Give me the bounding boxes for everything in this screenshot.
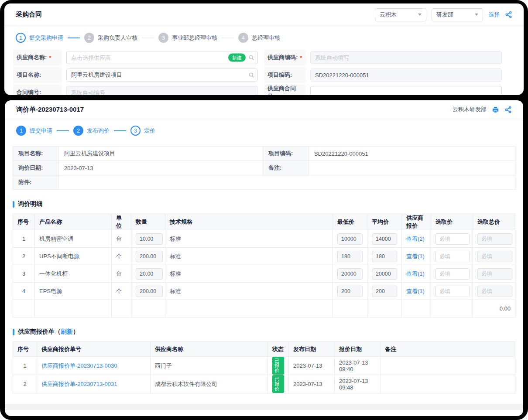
col-supplier-name: 供应商名称 bbox=[151, 342, 268, 357]
col-selected-price: 选取价 bbox=[431, 214, 473, 230]
print-icon[interactable] bbox=[492, 106, 499, 113]
quote-no-link[interactable]: 供应商报价单-20230713-0030 bbox=[41, 362, 117, 369]
selected-price-input[interactable] bbox=[435, 233, 470, 245]
supplier-name: 成都云积木软件有限公司 bbox=[151, 375, 268, 393]
row-no: 2 bbox=[13, 248, 35, 265]
min-price-input bbox=[337, 251, 363, 262]
row-no: 3 bbox=[13, 265, 35, 283]
col-quote-no: 供应商报价单号 bbox=[37, 342, 151, 357]
row-no: 4 bbox=[13, 283, 35, 300]
step-label: 提交采购申请 bbox=[29, 34, 63, 42]
dept-select-value: 研发部 bbox=[436, 11, 453, 19]
step-label: 提交申请 bbox=[30, 127, 52, 135]
col-supplier-quote: 供应商报价 bbox=[402, 214, 431, 230]
tab-handling-opinion[interactable]: 处理意见 bbox=[13, 410, 37, 416]
spec: 标准 bbox=[165, 248, 333, 265]
publish-date: 2023-07-13 bbox=[289, 375, 335, 393]
table-footer-row: 0.00 bbox=[13, 300, 515, 318]
selected-price-input[interactable] bbox=[435, 251, 470, 262]
quote-no-link[interactable]: 供应商报价单-20230713-0031 bbox=[41, 381, 117, 387]
quote-date: 2023-07-13 09:40 bbox=[335, 357, 381, 375]
view-quotes-link[interactable]: 查看(1) bbox=[406, 288, 425, 294]
selected-price-input[interactable] bbox=[435, 268, 470, 280]
remark bbox=[381, 357, 515, 375]
selected-total-input bbox=[477, 233, 512, 245]
required-mark: * bbox=[49, 55, 51, 61]
section-bar-icon bbox=[13, 329, 14, 335]
step-label: 总经理审核 bbox=[252, 34, 280, 42]
search-icon[interactable] bbox=[248, 72, 254, 78]
project-name-label: 项目名称: bbox=[13, 147, 59, 161]
info-row: 附件: bbox=[13, 175, 515, 190]
step-connector bbox=[114, 130, 126, 131]
min-price-input bbox=[337, 268, 363, 280]
avg-price-input bbox=[372, 251, 397, 262]
new-badge[interactable]: 新建 bbox=[228, 54, 246, 62]
choose-link[interactable]: 选择 bbox=[488, 11, 500, 19]
org-select-value: 云积木 bbox=[380, 11, 397, 19]
qty-input bbox=[136, 251, 163, 262]
contract-form: 供应商名称: * 新建 供应商编码: * bbox=[4, 47, 524, 95]
avg-price-input bbox=[372, 233, 397, 245]
supplier-contract-no-label: 供应商合同号: bbox=[264, 85, 306, 95]
table-row: 1 机房精密空调 台 标准 查看(2) bbox=[13, 230, 515, 248]
required-mark: * bbox=[300, 55, 302, 61]
inquiry-info-grid: 项目名称: 阿里云机房建设项目 项目编码: SD20221220-000051 … bbox=[13, 146, 515, 190]
step-number: 2 bbox=[84, 33, 94, 43]
spec: 标准 bbox=[165, 265, 333, 283]
contract-stepper: 1 提交采购申请 2 采购负责人审核 3 事业部总经理审核 4 总经理审核 bbox=[4, 26, 524, 47]
step-connector bbox=[222, 38, 234, 38]
page-title: 采购合同 bbox=[16, 10, 42, 19]
contract-no-label: 合同编号: bbox=[13, 85, 62, 95]
selected-price-input[interactable] bbox=[435, 286, 470, 297]
step-division-gm-review: 3 事业部总经理审核 bbox=[158, 33, 217, 43]
inquiry-stepper: 1 提交申请 2 发布询价 3 定价 bbox=[5, 119, 523, 140]
bottom-tabs: 处理意见 流程日志(4) 流程附件(0) bbox=[5, 410, 523, 416]
view-quotes-link[interactable]: 查看(2) bbox=[406, 236, 425, 242]
section-bar-icon bbox=[13, 201, 14, 208]
project-name-label: 项目名称: bbox=[13, 67, 62, 83]
project-name-input[interactable] bbox=[66, 68, 258, 82]
form-row: 供应商名称: * 新建 供应商编码: * bbox=[13, 50, 508, 65]
status-badge: 已报价 bbox=[272, 375, 284, 393]
quotes-section-header: 供应商报价单（刷新） bbox=[13, 328, 515, 336]
share-icon[interactable] bbox=[504, 106, 512, 113]
contract-header: 采购合同 云积木 研发部 选择 bbox=[4, 3, 524, 26]
col-remark: 备注 bbox=[381, 342, 515, 357]
quote-date: 2023-07-13 09:48 bbox=[335, 375, 381, 393]
row-no: 2 bbox=[13, 375, 37, 393]
col-quote-date: 报价日期 bbox=[335, 342, 381, 357]
step-number: 3 bbox=[130, 126, 141, 136]
search-icon[interactable] bbox=[248, 55, 254, 61]
supplier-name: 西门子 bbox=[151, 357, 268, 375]
contract-window: 采购合同 云积木 研发部 选择 1 提交采购申请 2 采购负责人审核 bbox=[4, 3, 524, 95]
view-quotes-link[interactable]: 查看(1) bbox=[406, 253, 425, 260]
avg-price-input bbox=[372, 286, 397, 297]
org-dept-label: 云积木研发部 bbox=[453, 106, 487, 113]
table-row: 4 EPS电源 个 标准 查看(1) bbox=[13, 283, 515, 300]
supplier-contract-no-input[interactable] bbox=[310, 86, 502, 95]
supplier-name-label: 供应商名称: * bbox=[13, 50, 62, 65]
spec: 标准 bbox=[165, 230, 333, 248]
table-row: 1 供应商报价单-20230713-0030 西门子 已报价 2023-07-1… bbox=[13, 357, 515, 375]
status-badge: 已报价 bbox=[272, 357, 284, 375]
step-label: 发布询价 bbox=[87, 127, 110, 135]
step-gm-review: 4 总经理审核 bbox=[238, 33, 280, 43]
step-connector bbox=[68, 38, 80, 38]
col-avg-price: 平均价 bbox=[367, 214, 402, 230]
step-publish-inquiry: 2 发布询价 bbox=[73, 126, 110, 136]
view-quotes-link[interactable]: 查看(1) bbox=[406, 270, 425, 277]
form-row: 合同编号: 供应商合同号: bbox=[13, 85, 508, 95]
dept-select[interactable]: 研发部 bbox=[432, 8, 483, 21]
spec: 标准 bbox=[165, 283, 333, 300]
refresh-link[interactable]: 刷新 bbox=[61, 328, 73, 335]
org-select[interactable]: 云积木 bbox=[375, 8, 426, 21]
project-name-field bbox=[66, 68, 258, 82]
supplier-quotes-table: 序号 供应商报价单号 供应商名称 状态 发布日期 报价日期 备注 1 供应商报价… bbox=[13, 341, 515, 393]
tab-process-attachments[interactable]: 流程附件(0) bbox=[98, 410, 130, 416]
step-purchase-lead-review: 2 采购负责人审核 bbox=[84, 33, 137, 43]
share-icon[interactable] bbox=[505, 11, 512, 18]
tab-process-log[interactable]: 流程日志(4) bbox=[52, 410, 83, 416]
col-qty: 数量 bbox=[131, 214, 165, 230]
unit: 个 bbox=[112, 283, 131, 300]
